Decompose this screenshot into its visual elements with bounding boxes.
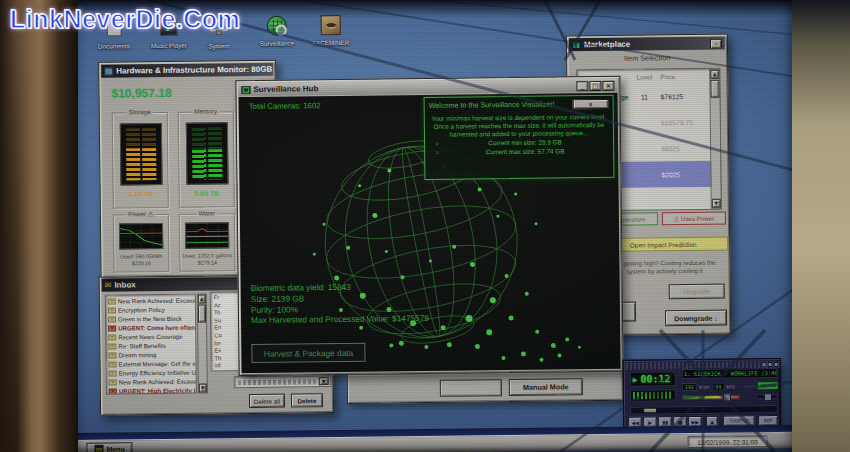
powerlines-wallpaper xyxy=(0,0,850,452)
crt-screen-photo: Documents ♪ Music Player System Surveill… xyxy=(0,0,850,452)
watermark: LinkNeverDie.Com xyxy=(10,5,240,34)
wall-right xyxy=(792,0,850,452)
wall-left xyxy=(0,0,78,452)
